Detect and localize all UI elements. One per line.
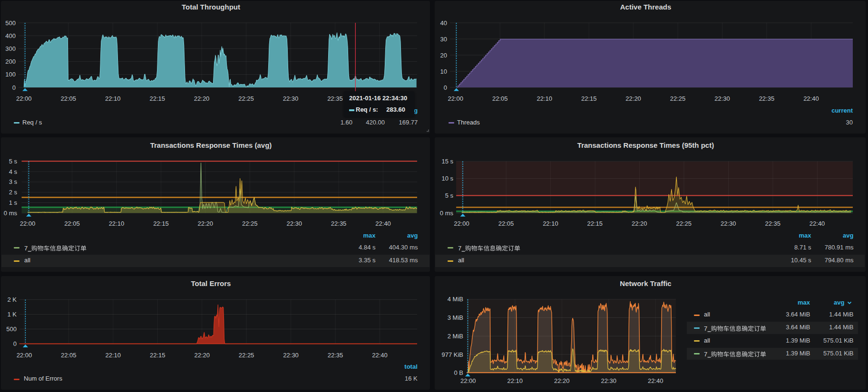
svg-text:22:15: 22:15 — [581, 95, 597, 102]
svg-text:22:40: 22:40 — [648, 377, 663, 384]
svg-text:500: 500 — [6, 325, 17, 333]
svg-text:500: 500 — [5, 19, 16, 27]
svg-text:22:25: 22:25 — [242, 220, 258, 227]
svg-text:2 s: 2 s — [9, 189, 18, 196]
svg-text:22:20: 22:20 — [194, 95, 210, 102]
svg-text:22:15: 22:15 — [153, 220, 169, 227]
svg-text:22:00: 22:00 — [454, 220, 469, 227]
svg-text:200: 200 — [5, 58, 16, 65]
svg-text:22:30: 22:30 — [721, 220, 736, 227]
svg-text:22:25: 22:25 — [238, 95, 254, 102]
svg-text:0 ms: 0 ms — [4, 210, 18, 217]
svg-text:22:20: 22:20 — [554, 377, 570, 384]
svg-text:22:35: 22:35 — [765, 220, 780, 227]
svg-text:22:00: 22:00 — [20, 220, 36, 227]
svg-text:300: 300 — [5, 45, 16, 52]
svg-text:22:30: 22:30 — [714, 95, 730, 102]
svg-text:22:05: 22:05 — [498, 220, 514, 227]
svg-text:22:10: 22:10 — [543, 220, 558, 227]
svg-text:22:10: 22:10 — [106, 352, 121, 359]
svg-text:22:00: 22:00 — [448, 95, 464, 102]
svg-text:100: 100 — [5, 71, 16, 78]
svg-text:22:25: 22:25 — [676, 220, 692, 227]
svg-text:22:10: 22:10 — [507, 377, 523, 384]
svg-text:22:05: 22:05 — [61, 95, 77, 102]
svg-text:10 s: 10 s — [441, 175, 453, 182]
svg-text:30: 30 — [440, 36, 447, 43]
svg-text:10: 10 — [440, 68, 447, 75]
svg-text:22:25: 22:25 — [239, 352, 254, 359]
svg-text:22:30: 22:30 — [283, 352, 299, 359]
svg-text:22:10: 22:10 — [109, 220, 125, 227]
svg-text:22:20: 22:20 — [625, 95, 641, 102]
svg-text:5 s: 5 s — [9, 158, 18, 165]
svg-text:22:30: 22:30 — [286, 220, 302, 227]
svg-text:22:20: 22:20 — [198, 220, 214, 227]
svg-text:22:40: 22:40 — [809, 220, 825, 227]
svg-text:1 K: 1 K — [7, 311, 17, 318]
svg-text:22:10: 22:10 — [536, 95, 552, 102]
svg-text:2 K: 2 K — [7, 296, 17, 303]
svg-text:22:40: 22:40 — [372, 352, 388, 359]
svg-text:3 MiB: 3 MiB — [448, 314, 463, 321]
svg-text:0: 0 — [444, 84, 447, 91]
svg-text:22:15: 22:15 — [587, 220, 603, 227]
svg-text:1 s: 1 s — [9, 199, 18, 206]
svg-text:22:15: 22:15 — [150, 352, 166, 359]
svg-text:22:35: 22:35 — [327, 95, 343, 102]
svg-text:22:35: 22:35 — [759, 95, 775, 102]
svg-text:22:20: 22:20 — [632, 220, 647, 227]
svg-text:400: 400 — [5, 32, 16, 39]
svg-text:0: 0 — [12, 84, 16, 91]
svg-text:22:30: 22:30 — [601, 377, 617, 384]
svg-text:22:00: 22:00 — [16, 95, 32, 102]
svg-text:4 MiB: 4 MiB — [448, 296, 463, 303]
svg-text:22:10: 22:10 — [105, 95, 121, 102]
svg-text:15 s: 15 s — [441, 158, 453, 165]
svg-text:5 s: 5 s — [445, 192, 454, 199]
svg-text:0 ms: 0 ms — [440, 210, 454, 217]
svg-text:22:20: 22:20 — [194, 352, 210, 359]
svg-text:977 KiB: 977 KiB — [441, 351, 463, 358]
svg-text:22:05: 22:05 — [61, 352, 77, 359]
svg-text:2 MiB: 2 MiB — [448, 333, 463, 340]
svg-text:22:35: 22:35 — [331, 220, 347, 227]
svg-text:20: 20 — [440, 52, 447, 59]
svg-text:22:00: 22:00 — [17, 352, 32, 359]
svg-text:22:15: 22:15 — [149, 95, 165, 102]
svg-text:22:05: 22:05 — [64, 220, 80, 227]
svg-text:22:00: 22:00 — [460, 377, 476, 384]
svg-text:3 s: 3 s — [9, 178, 18, 185]
svg-text:22:35: 22:35 — [328, 352, 343, 359]
svg-text:22:25: 22:25 — [670, 95, 686, 102]
svg-text:4 s: 4 s — [9, 168, 18, 175]
svg-text:22:40: 22:40 — [803, 95, 819, 102]
svg-text:22:30: 22:30 — [283, 95, 299, 102]
svg-text:0: 0 — [13, 340, 17, 347]
svg-text:22:40: 22:40 — [375, 220, 391, 227]
svg-text:0 B: 0 B — [454, 369, 463, 376]
svg-text:22:05: 22:05 — [492, 95, 508, 102]
svg-text:40: 40 — [440, 19, 447, 27]
